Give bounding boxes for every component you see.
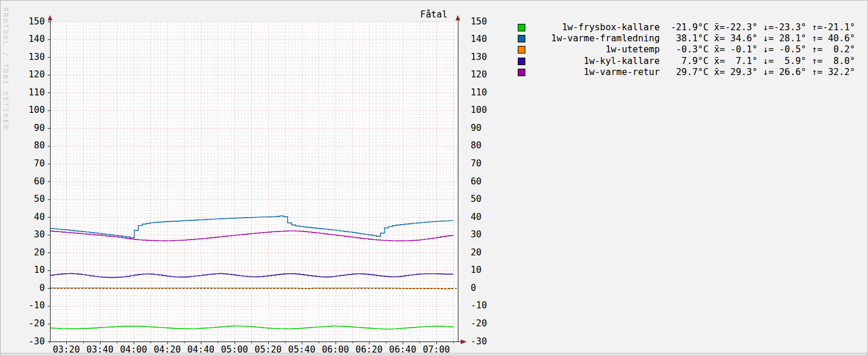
y-tick-label: 130 (471, 52, 507, 63)
y-tick-label: 0 (11, 283, 45, 294)
y-tick-label: 140 (471, 34, 507, 45)
legend-swatch-utetemp (518, 46, 525, 54)
y-tick-label: 30 (11, 229, 45, 240)
legend-series-name: 1w-varme-framledning (525, 33, 660, 44)
legend-swatch-retur (518, 69, 525, 76)
y-tick-label: 70 (11, 158, 45, 169)
y-tick-label: 30 (471, 229, 507, 240)
y-tick-label: -30 (11, 336, 45, 347)
y-tick-label: 110 (11, 87, 45, 98)
y-tick-label: 100 (11, 105, 45, 116)
legend-row: 1w-frysbox-kallare -21.9°C x̄=-22.3° ↓=-… (518, 22, 855, 33)
legend-series-name: 1w-varme-retur (525, 67, 660, 78)
y-tick-label: 40 (471, 212, 507, 223)
rrdtool-watermark: RRDTOOL / TOBI OETIKER (2, 8, 9, 131)
legend-row: 1w-utetemp -0.3°C x̄= -0.1° ↓= -0.5° ↑= … (518, 44, 855, 55)
legend-row: 1w-varme-retur 29.7°C x̄= 29.3° ↓= 26.6°… (518, 67, 855, 78)
y-tick-label: 60 (11, 176, 45, 187)
y-tick-label: -20 (11, 318, 45, 329)
y-tick-label: 120 (471, 69, 507, 80)
legend-series-stats: 29.7°C x̄= 29.3° ↓= 26.6° ↑= 32.2° (660, 67, 855, 78)
y-tick-label: 80 (471, 140, 507, 151)
legend-swatch-kyl (518, 58, 525, 65)
y-tick-label: 90 (11, 123, 45, 134)
legend-swatch-frysbox (518, 24, 525, 31)
y-tick-label: 10 (471, 265, 507, 276)
y-tick-label: 100 (471, 105, 507, 116)
y-tick-label: 130 (11, 52, 45, 63)
legend-series-stats: -0.3°C x̄= -0.1° ↓= -0.5° ↑= 0.2° (660, 44, 855, 55)
y-tick-label: 50 (11, 194, 45, 205)
y-tick-label: 40 (11, 212, 45, 223)
legend-series-stats: 38.1°C x̄= 34.6° ↓= 28.1° ↑= 40.6° (660, 33, 855, 44)
y-tick-label: 90 (471, 123, 507, 134)
y-tick-label: 140 (11, 34, 45, 45)
legend-row: 1w-kyl-kallare 7.9°C x̄= 7.1° ↓= 5.9° ↑=… (518, 56, 855, 67)
legend-series-name: 1w-kyl-kallare (525, 56, 660, 67)
legend: 1w-frysbox-kallare -21.9°C x̄=-22.3° ↓=-… (518, 22, 855, 78)
y-tick-label: 150 (471, 16, 507, 27)
y-tick-label: 80 (11, 140, 45, 151)
legend-series-stats: 7.9°C x̄= 7.1° ↓= 5.9° ↑= 8.0° (660, 56, 855, 67)
y-tick-label: 20 (471, 247, 507, 258)
legend-series-name: 1w-frysbox-kallare (525, 22, 660, 33)
y-tick-label: -30 (471, 336, 507, 347)
legend-series-name: 1w-utetemp (525, 44, 660, 55)
y-tick-label: 110 (471, 87, 507, 98)
y-tick-label: 70 (471, 158, 507, 169)
y-axis-arrow-right (456, 15, 460, 20)
y-tick-label: 0 (471, 283, 507, 294)
y-tick-label: -20 (471, 318, 507, 329)
window-bottom-edge (1, 353, 867, 355)
y-tick-label: 10 (11, 265, 45, 276)
x-axis-arrow (461, 340, 467, 344)
y-tick-label: -10 (11, 300, 45, 311)
legend-series-stats: -21.9°C x̄=-22.3° ↓=-23.3° ↑=-21.1° (660, 22, 855, 33)
y-tick-label: 50 (471, 194, 507, 205)
y-tick-label: -10 (471, 300, 507, 311)
legend-row: 1w-varme-framledning 38.1°C x̄= 34.6° ↓=… (518, 33, 855, 44)
y-axis-arrow-left (48, 15, 52, 20)
y-tick-label: 120 (11, 69, 45, 80)
y-tick-label: 20 (11, 247, 45, 258)
chart-title: Fåtal (303, 9, 447, 20)
y-tick-label: 60 (471, 176, 507, 187)
rrdtool-graph: RRDTOOL / TOBI OETIKER Fåtal -30-20-1001… (0, 0, 868, 356)
legend-swatch-framledning (518, 35, 525, 42)
y-tick-label: 150 (11, 16, 45, 27)
